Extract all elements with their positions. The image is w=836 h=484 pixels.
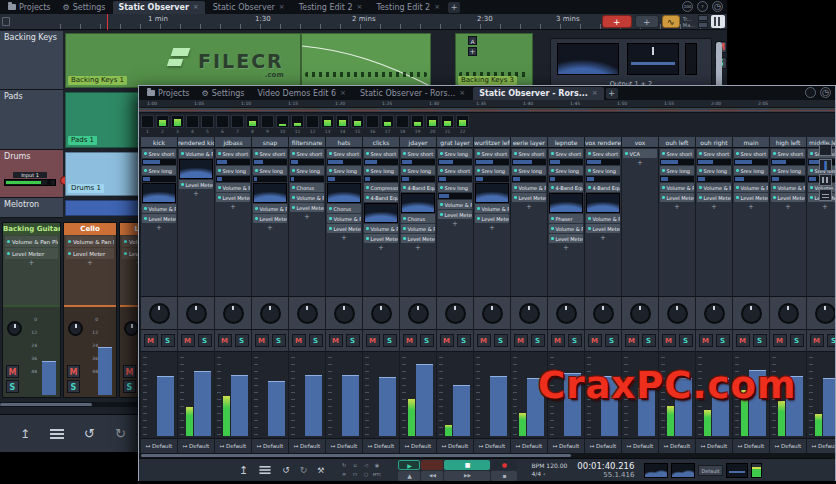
plugin-button[interactable]: Volume & Pan Plugin bbox=[364, 224, 398, 233]
input-meter-18[interactable]: 18 bbox=[396, 115, 409, 137]
mute-button[interactable]: M bbox=[67, 365, 80, 378]
volume-fader[interactable] bbox=[453, 385, 470, 436]
plugin-button[interactable]: Level Meter bbox=[364, 234, 398, 243]
bars-beats[interactable]: 55.1.416 bbox=[577, 471, 634, 479]
enabled-dot[interactable] bbox=[366, 186, 369, 189]
plugin-button[interactable]: Chorus bbox=[327, 204, 361, 213]
input-meter-11[interactable]: 11 bbox=[291, 115, 304, 137]
projects-button[interactable]: Projects bbox=[3, 1, 56, 13]
master-preset-chip[interactable]: Default bbox=[698, 465, 722, 476]
close-icon[interactable]: × bbox=[279, 3, 285, 11]
solo-button[interactable]: S bbox=[346, 334, 360, 347]
send-level-bar[interactable] bbox=[475, 159, 509, 165]
volume-fader[interactable] bbox=[379, 377, 396, 436]
enabled-dot[interactable] bbox=[773, 196, 776, 199]
pan-knob[interactable] bbox=[778, 303, 799, 324]
solo-button[interactable]: S bbox=[568, 334, 582, 347]
send-level-bar[interactable] bbox=[660, 176, 694, 182]
add-plugin-button[interactable]: + bbox=[253, 224, 287, 232]
enabled-dot[interactable] bbox=[124, 252, 127, 255]
plugin-button[interactable]: Level Meter bbox=[142, 214, 176, 223]
scrollbar-thumb[interactable] bbox=[141, 454, 571, 457]
eq-curve-thumbnail[interactable] bbox=[549, 193, 583, 213]
add-plugin-button[interactable]: + bbox=[697, 203, 731, 211]
plugin-button[interactable]: Volume & Pan Plugin bbox=[512, 183, 546, 192]
mixer-view-icon[interactable] bbox=[711, 15, 725, 28]
enabled-dot[interactable] bbox=[144, 152, 147, 155]
punch-icon[interactable]: ◁ bbox=[360, 461, 371, 470]
markers-mini-label[interactable]: Ma... bbox=[683, 22, 695, 28]
plugin-button[interactable]: Level Meter bbox=[216, 193, 250, 202]
enabled-dot[interactable] bbox=[403, 152, 406, 155]
undo-icon[interactable]: ↺ bbox=[282, 465, 290, 475]
plugin-button[interactable]: Volume & Pan Plugin bbox=[5, 236, 58, 247]
preset-selector[interactable]: ↦ Default bbox=[622, 438, 658, 453]
pan-knob[interactable] bbox=[297, 303, 318, 324]
enabled-dot[interactable] bbox=[329, 207, 332, 210]
plugin-button[interactable]: Volume & Pan Plugin bbox=[438, 200, 472, 209]
plugin-button[interactable]: Level Meter bbox=[253, 214, 287, 223]
master-plugin-thumbnail[interactable] bbox=[671, 463, 695, 478]
strip-title[interactable]: Backing Guitar bbox=[3, 223, 60, 235]
solo-button[interactable]: S bbox=[827, 334, 836, 347]
send-level-bar[interactable] bbox=[327, 159, 361, 165]
mute-button[interactable]: M bbox=[181, 334, 195, 347]
plugin-button[interactable]: Volume & Pan Plugin bbox=[179, 149, 213, 158]
add-plugin-button[interactable]: + bbox=[438, 220, 472, 228]
enabled-dot[interactable] bbox=[699, 152, 702, 155]
mute-button[interactable]: M bbox=[440, 334, 454, 347]
enabled-dot[interactable] bbox=[440, 152, 443, 155]
solo-button[interactable]: S bbox=[642, 334, 656, 347]
add-plugin-button[interactable]: + bbox=[808, 203, 835, 211]
plugin-button[interactable]: Volume & Pan Plugin bbox=[401, 224, 435, 233]
channel-name[interactable]: lepnote bbox=[548, 137, 584, 148]
plugin-button[interactable]: Volume & Pan Plugin bbox=[660, 183, 694, 192]
tab-static-observer[interactable]: Static Observer× bbox=[113, 1, 205, 14]
solo-button[interactable]: S bbox=[67, 380, 80, 393]
add-plugin-button[interactable]: + bbox=[586, 234, 620, 242]
mute-button[interactable]: M bbox=[773, 334, 787, 347]
plugin-button[interactable]: Level Meter bbox=[697, 193, 731, 202]
plugin-button[interactable]: Level Meter bbox=[179, 180, 213, 189]
plugin-button[interactable]: Srev short bbox=[216, 149, 250, 158]
eq-curve-thumbnail[interactable] bbox=[253, 183, 287, 203]
pan-knob[interactable] bbox=[593, 303, 614, 324]
send-level-bar[interactable] bbox=[401, 159, 435, 165]
send-level-bar[interactable] bbox=[660, 159, 694, 165]
mute-button[interactable]: M bbox=[477, 334, 491, 347]
plugin-button[interactable]: Srev long bbox=[253, 166, 287, 175]
enabled-dot[interactable] bbox=[810, 186, 813, 189]
enabled-dot[interactable] bbox=[810, 196, 813, 199]
send-level-bar[interactable] bbox=[734, 159, 768, 165]
enabled-dot[interactable] bbox=[329, 152, 332, 155]
time-signature[interactable]: 4/4 bbox=[531, 470, 541, 477]
plugin-button[interactable]: Level Meter bbox=[290, 203, 324, 212]
plugin-button[interactable]: Srev long bbox=[512, 166, 546, 175]
preset-selector[interactable]: ↦ Default bbox=[141, 438, 177, 453]
plugin-button[interactable]: Level Meter bbox=[771, 193, 805, 202]
plugin-button[interactable]: Volume & Pan Plugin bbox=[697, 183, 731, 192]
enabled-dot[interactable] bbox=[366, 237, 369, 240]
master-fader-thumbnail[interactable] bbox=[726, 463, 748, 478]
to-start-button[interactable]: ▲ bbox=[398, 471, 420, 481]
volume-fader[interactable] bbox=[305, 375, 322, 436]
pan-knob[interactable] bbox=[630, 303, 651, 324]
mtc-label[interactable]: MTC bbox=[371, 470, 382, 479]
eq-curve-thumbnail[interactable] bbox=[475, 183, 509, 203]
channel-name[interactable]: grat layer bbox=[437, 137, 473, 148]
solo-button[interactable]: S bbox=[605, 334, 619, 347]
enabled-dot[interactable] bbox=[366, 196, 369, 199]
send-level-bar[interactable] bbox=[438, 176, 472, 182]
enabled-dot[interactable] bbox=[551, 169, 554, 172]
send-level-bar[interactable] bbox=[364, 159, 398, 165]
channel-name[interactable]: main bbox=[733, 137, 769, 148]
stop-button[interactable]: ■ bbox=[444, 460, 490, 470]
enabled-dot[interactable] bbox=[662, 169, 665, 172]
enabled-dot[interactable] bbox=[551, 186, 554, 189]
time-display[interactable]: 00:01:40.216 55.1.416 bbox=[577, 461, 634, 479]
preset-selector[interactable]: ↦ Default bbox=[326, 438, 362, 453]
enabled-dot[interactable] bbox=[292, 186, 295, 189]
plugin-button[interactable]: Srev short bbox=[401, 149, 435, 158]
plugin-button[interactable]: Level Meter bbox=[475, 214, 509, 223]
mute-button[interactable]: M bbox=[218, 334, 232, 347]
